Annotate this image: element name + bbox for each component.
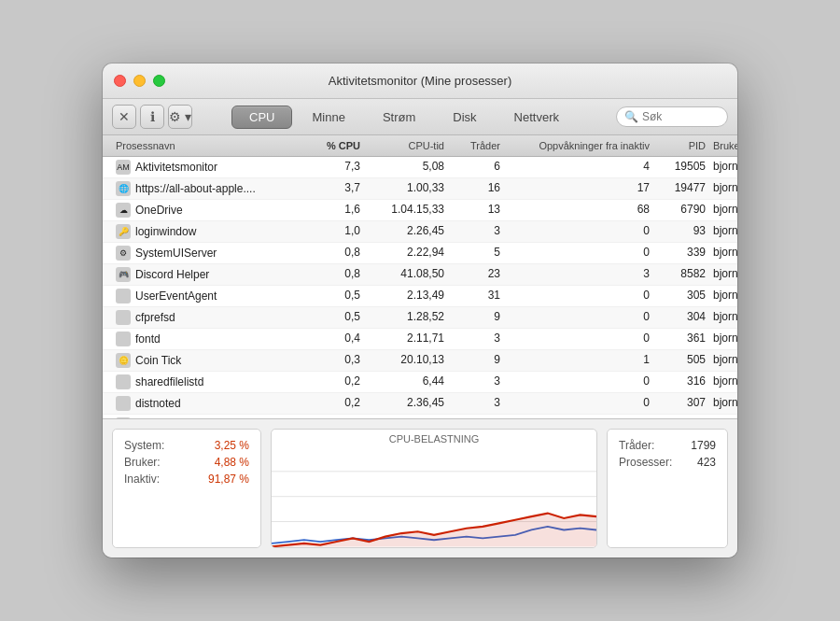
- cell-oppvakninger: 68: [504, 201, 653, 219]
- cell-trader: 5: [448, 244, 504, 262]
- table-row[interactable]: ☁ OneDrive 1,6 1.04.15,33 13 68 6790 bjo…: [103, 200, 737, 221]
- cell-cpu-pct: 0,5: [299, 287, 364, 305]
- table-row[interactable]: UserEventAgent 0,5 2.13,49 31 0 305 bjor…: [103, 286, 737, 307]
- app-icon: [116, 374, 131, 389]
- cell-trader: 6: [448, 416, 504, 418]
- cell-oppvakninger: 0: [504, 416, 653, 418]
- table-row[interactable]: trustd 0,2 7.22,67 6 0 311 bjornarkibsga…: [103, 415, 737, 418]
- app-icon: [116, 396, 131, 411]
- cell-cpu-pct: 0,3: [299, 351, 364, 370]
- col-bruker[interactable]: Bruker: [709, 138, 737, 153]
- stat-row: Inaktiv:91,87 %: [124, 471, 249, 487]
- stat-label: Prosesser:: [619, 456, 672, 469]
- col-prosessnavn[interactable]: Prosessnavn: [112, 138, 299, 153]
- gear-button[interactable]: ⚙ ▾: [168, 105, 192, 129]
- cell-name: 🎮 Discord Helper: [112, 265, 299, 284]
- col-cpu-pct[interactable]: % CPU: [299, 138, 364, 153]
- cell-trader: 16: [448, 179, 504, 198]
- app-icon: [116, 289, 131, 303]
- cell-cpu-tid: 2.11,71: [364, 330, 448, 348]
- cell-oppvakninger: 0: [504, 308, 653, 327]
- table-row[interactable]: 🪙 Coin Tick 0,3 20.10,13 9 1 505 bjornar…: [103, 350, 737, 372]
- cell-name: trustd: [112, 416, 299, 418]
- search-icon: 🔍: [624, 110, 638, 123]
- cell-name: fontd: [112, 330, 299, 348]
- cell-bruker: bjornarkibsgaa: [709, 330, 737, 348]
- cell-cpu-tid: 2.22,94: [364, 244, 448, 262]
- cell-trader: 3: [448, 222, 504, 241]
- cell-bruker: bjornarkibsgaa: [709, 265, 737, 284]
- cell-trader: 6: [448, 158, 504, 176]
- tab-nettverk[interactable]: Nettverk: [497, 106, 577, 129]
- cell-bruker: bjornarkibsgaa: [709, 394, 737, 413]
- tab-strom[interactable]: Strøm: [365, 106, 433, 129]
- cell-name: sharedfilelistd: [112, 373, 299, 391]
- col-pid[interactable]: PID: [653, 138, 709, 153]
- cell-bruker: bjornarkibsgaa: [709, 222, 737, 241]
- cpu-graph-container: CPU-BELASTNING: [271, 429, 597, 547]
- col-oppvakninger[interactable]: Oppvåkninger fra inaktiv: [504, 138, 653, 153]
- cell-name: ☁ OneDrive: [112, 201, 299, 219]
- cell-pid: 8582: [653, 265, 709, 284]
- app-icon: 🌐: [116, 181, 131, 196]
- cell-bruker: bjornarkibsgaa: [709, 201, 737, 219]
- tab-disk[interactable]: Disk: [435, 106, 494, 129]
- stat-value: 4,88 %: [215, 456, 249, 469]
- cell-oppvakninger: 1: [504, 351, 653, 370]
- toolbar: ✕ ℹ ⚙ ▾ CPU Minne Strøm Disk Nettverk 🔍: [103, 99, 737, 135]
- tab-minne[interactable]: Minne: [294, 106, 362, 129]
- table-row[interactable]: 🎮 Discord Helper 0,8 41.08,50 23 3 8582 …: [103, 264, 737, 286]
- cell-oppvakninger: 4: [504, 158, 653, 176]
- cell-trader: 31: [448, 287, 504, 305]
- table-row[interactable]: 🔑 loginwindow 1,0 2.26,45 3 0 93 bjornar…: [103, 221, 737, 243]
- cell-pid: 304: [653, 308, 709, 327]
- stat-value: 3,25 %: [215, 439, 249, 452]
- cell-cpu-pct: 0,8: [299, 244, 364, 262]
- app-icon: [116, 417, 131, 418]
- table-row[interactable]: 🌐 https://all-about-apple.... 3,7 1.00,3…: [103, 178, 737, 200]
- cell-cpu-pct: 0,4: [299, 330, 364, 348]
- cell-bruker: bjornarkibsgaa: [709, 244, 737, 262]
- cell-oppvakninger: 0: [504, 330, 653, 348]
- cell-oppvakninger: 0: [504, 373, 653, 391]
- info-button[interactable]: ℹ: [140, 105, 164, 129]
- table-row[interactable]: fontd 0,4 2.11,71 3 0 361 bjornarkibsgaa: [103, 329, 737, 350]
- cell-bruker: bjornarkibsgaa: [709, 179, 737, 198]
- stats-right: Tråder:1799Prosesser:423: [607, 429, 728, 547]
- app-icon: [116, 310, 131, 325]
- close-button[interactable]: [114, 75, 126, 87]
- cell-bruker: bjornarkibsgaa: [709, 158, 737, 176]
- col-trader[interactable]: Tråder: [448, 138, 504, 153]
- maximize-button[interactable]: [153, 75, 165, 87]
- cell-name: cfprefsd: [112, 308, 299, 327]
- cell-name: UserEventAgent: [112, 287, 299, 305]
- table-row[interactable]: cfprefsd 0,5 1.28,52 9 0 304 bjornarkibs…: [103, 307, 737, 329]
- table-row[interactable]: ⚙ SystemUIServer 0,8 2.22,94 5 0 339 bjo…: [103, 243, 737, 264]
- cell-cpu-tid: 20.10,13: [364, 351, 448, 370]
- cell-name: 🪙 Coin Tick: [112, 351, 299, 370]
- cell-cpu-tid: 2.13,49: [364, 287, 448, 305]
- app-icon: [116, 332, 131, 346]
- cell-cpu-pct: 0,2: [299, 416, 364, 418]
- graph-area: [272, 446, 596, 546]
- stat-row: Bruker:4,88 %: [124, 454, 249, 471]
- col-cpu-tid[interactable]: CPU-tid: [364, 138, 448, 153]
- search-box[interactable]: 🔍: [616, 106, 728, 127]
- cell-cpu-tid: 2.36,45: [364, 394, 448, 413]
- app-icon: 🪙: [116, 353, 131, 368]
- cell-oppvakninger: 0: [504, 244, 653, 262]
- table-row[interactable]: AM Aktivitetsmonitor 7,3 5,08 6 4 19505 …: [103, 157, 737, 178]
- cpu-graph: [272, 446, 596, 546]
- stats-left: System:3,25 %Bruker:4,88 %Inaktiv:91,87 …: [112, 429, 261, 547]
- table-row[interactable]: sharedfilelistd 0,2 6,44 3 0 316 bjornar…: [103, 372, 737, 393]
- minimize-button[interactable]: [133, 75, 146, 87]
- search-input[interactable]: [642, 110, 717, 123]
- tab-cpu[interactable]: CPU: [231, 106, 292, 129]
- table-row[interactable]: distnoted 0,2 2.36,45 3 0 307 bjornarkib…: [103, 393, 737, 415]
- cell-trader: 9: [448, 351, 504, 370]
- cell-pid: 316: [653, 373, 709, 391]
- cell-trader: 23: [448, 265, 504, 284]
- cell-cpu-pct: 1,6: [299, 201, 364, 219]
- stat-value-blue: 423: [697, 456, 716, 469]
- close-icon-btn[interactable]: ✕: [112, 105, 136, 129]
